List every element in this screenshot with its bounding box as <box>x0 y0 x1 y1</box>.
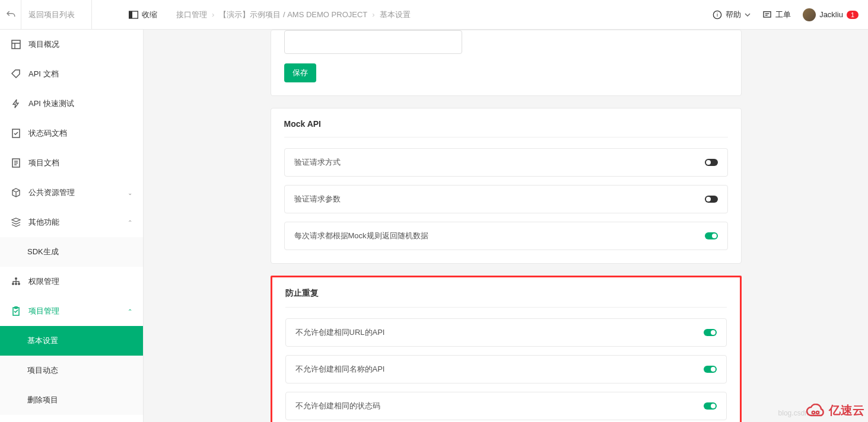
toggle-switch[interactable] <box>705 196 718 203</box>
collapse-button[interactable]: 收缩 <box>97 9 164 20</box>
clipboard-icon <box>11 306 21 316</box>
svg-rect-7 <box>12 40 20 49</box>
user-name: Jackliu <box>819 10 843 19</box>
sidebar-item-label: API 快速测试 <box>28 98 132 109</box>
card-prior-section: 保存 <box>271 30 742 96</box>
toggle-row-dup-name: 不允许创建相同名称的API <box>285 355 727 383</box>
toggle-label: 不允许创建相同URL的API <box>295 327 385 338</box>
sidebar-item-sdk[interactable]: SDK生成 <box>0 237 143 267</box>
card-prevent-duplicate: 防止重复 不允许创建相同URL的API 不允许创建相同名称的API 不允许创建相… <box>271 276 742 422</box>
sidebar: 项目概况 API 文档 API 快速测试 状态码文档 项目文档 公共资源管理 ⌄… <box>0 30 144 422</box>
toggle-switch[interactable] <box>704 329 717 336</box>
sidebar-item-api-test[interactable]: API 快速测试 <box>0 89 143 119</box>
save-button[interactable]: 保存 <box>284 63 316 82</box>
main-content: 保存 Mock API 验证请求方式 验证请求参数 每次请求都根据Mock规则返… <box>144 30 868 422</box>
sidebar-item-label: 删除项目 <box>27 395 132 405</box>
divider <box>91 0 92 30</box>
toggle-switch[interactable] <box>704 366 717 373</box>
sidebar-item-label: 项目概况 <box>28 39 132 50</box>
document-icon <box>11 158 21 168</box>
text-input[interactable] <box>284 30 462 54</box>
svg-point-16 <box>12 283 14 285</box>
breadcrumb: 接口管理 › 【演示】示例项目 / AMS DEMO PROJECT › 基本设… <box>176 9 411 20</box>
sidebar-item-label: 基本设置 <box>27 335 132 346</box>
help-menu[interactable]: i 帮助 <box>713 9 751 20</box>
toggle-label: 验证请求参数 <box>294 194 341 204</box>
chevron-right-icon: › <box>372 10 374 19</box>
chevron-down-icon: ⌄ <box>128 190 132 196</box>
chevron-up-icon: ⌃ <box>128 219 132 226</box>
dashboard-icon <box>11 40 21 49</box>
chevron-right-icon: › <box>212 10 214 19</box>
svg-point-18 <box>18 283 20 285</box>
sidebar-item-label: 项目文档 <box>28 158 132 168</box>
toggle-switch[interactable] <box>704 402 717 410</box>
breadcrumb-item[interactable]: 【演示】示例项目 / AMS DEMO PROJECT <box>219 9 367 20</box>
cube-icon <box>11 188 21 197</box>
collapse-label: 收缩 <box>142 9 157 20</box>
svg-rect-1 <box>129 11 132 18</box>
svg-point-15 <box>15 277 17 280</box>
sidebar-item-label: 项目动态 <box>27 365 132 376</box>
sidebar-item-label: 公共资源管理 <box>28 187 128 198</box>
sidebar-item-project-doc[interactable]: 项目文档 <box>0 148 143 178</box>
sidebar-item-other[interactable]: 其他功能 ⌃ <box>0 207 143 237</box>
toggle-label: 每次请求都根据Mock规则返回随机数据 <box>294 231 428 241</box>
lightning-icon <box>11 99 21 108</box>
ticket-label: 工单 <box>775 9 791 20</box>
sidebar-item-label: 其他功能 <box>28 217 128 228</box>
toggle-label: 不允许创建相同的状态码 <box>295 401 380 411</box>
back-button[interactable] <box>0 0 21 30</box>
breadcrumb-item[interactable]: 接口管理 <box>176 9 207 20</box>
sidebar-item-label: SDK生成 <box>27 247 132 257</box>
toggle-label: 验证请求方式 <box>294 157 341 168</box>
toggle-row-verify-method: 验证请求方式 <box>284 148 728 177</box>
toggle-row-dup-status: 不允许创建相同的状态码 <box>285 392 727 420</box>
sidebar-item-delete[interactable]: 删除项目 <box>0 385 143 415</box>
sidebar-item-status-doc[interactable]: 状态码文档 <box>0 119 143 148</box>
ticket-link[interactable]: 工单 <box>762 9 791 20</box>
avatar <box>803 8 816 21</box>
undo-icon <box>5 9 16 20</box>
sidebar-item-basic-settings[interactable]: 基本设置 <box>0 326 143 356</box>
ticket-icon <box>762 10 772 20</box>
toggle-label: 不允许创建相同名称的API <box>295 364 385 375</box>
sidebar-item-api-doc[interactable]: API 文档 <box>0 59 143 89</box>
breadcrumb-item: 基本设置 <box>380 9 411 20</box>
toggle-switch[interactable] <box>705 232 718 239</box>
card-mock-api: Mock API 验证请求方式 验证请求参数 每次请求都根据Mock规则返回随机… <box>271 108 742 264</box>
chevron-up-icon: ⌃ <box>128 308 132 315</box>
file-check-icon <box>11 129 21 138</box>
hierarchy-icon <box>11 277 21 286</box>
toggle-switch[interactable] <box>705 159 718 166</box>
top-bar: 返回项目列表 收缩 接口管理 › 【演示】示例项目 / AMS DEMO PRO… <box>0 0 868 30</box>
panel-icon <box>129 11 138 19</box>
tag-icon <box>11 69 21 79</box>
info-icon: i <box>713 10 722 20</box>
sidebar-item-label: 权限管理 <box>28 276 132 287</box>
notification-badge: 1 <box>847 11 859 19</box>
sidebar-item-activity[interactable]: 项目动态 <box>0 356 143 385</box>
chevron-down-icon <box>745 12 751 18</box>
svg-rect-4 <box>764 11 771 17</box>
toggle-row-dup-url: 不允许创建相同URL的API <box>285 318 727 347</box>
svg-text:i: i <box>717 12 718 18</box>
back-link[interactable]: 返回项目列表 <box>21 9 87 20</box>
sidebar-item-label: API 文档 <box>28 69 132 79</box>
toggle-row-random-mock: 每次请求都根据Mock规则返回随机数据 <box>284 222 728 250</box>
sidebar-item-resources[interactable]: 公共资源管理 ⌄ <box>0 178 143 207</box>
toggle-row-verify-params: 验证请求参数 <box>284 185 728 213</box>
svg-point-17 <box>15 283 17 285</box>
section-title: 防止重复 <box>285 288 727 308</box>
sidebar-item-label: 项目管理 <box>28 306 128 316</box>
sidebar-item-project-mgmt[interactable]: 项目管理 ⌃ <box>0 296 143 326</box>
layers-icon <box>11 218 21 227</box>
sidebar-item-overview[interactable]: 项目概况 <box>0 30 143 59</box>
section-title: Mock API <box>284 119 728 138</box>
sidebar-item-permissions[interactable]: 权限管理 <box>0 267 143 296</box>
user-menu[interactable]: Jackliu 1 <box>803 8 859 21</box>
help-label: 帮助 <box>726 9 741 20</box>
sidebar-item-label: 状态码文档 <box>28 128 132 139</box>
